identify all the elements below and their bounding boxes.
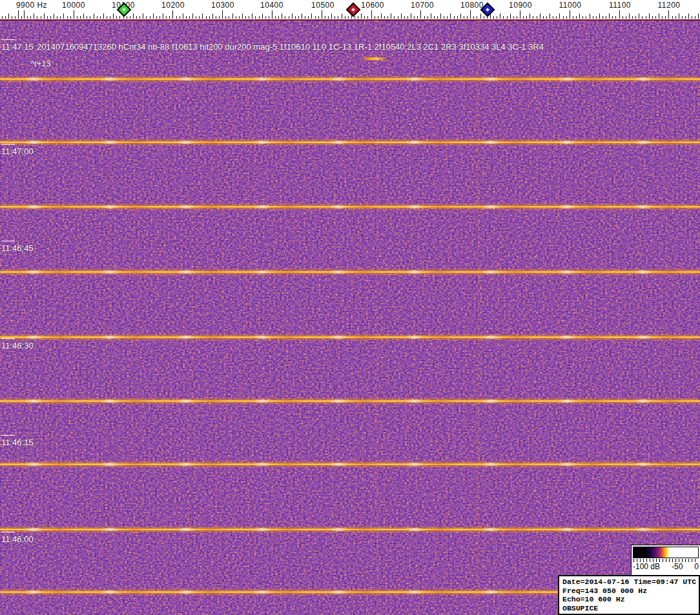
periodic-echo-line bbox=[0, 528, 700, 531]
periodic-echo-line bbox=[0, 336, 700, 339]
info-date-time: Date=2014-07-16 Time=09:47 UTC bbox=[562, 578, 699, 587]
time-label: 11:46:15 bbox=[1, 438, 34, 447]
scale-label-mid: -50 bbox=[672, 562, 683, 571]
freq-tick-label: 10500 bbox=[311, 1, 335, 10]
meteor-echo-streak bbox=[364, 57, 386, 60]
info-box: Date=2014-07-16 Time=09:47 UTC Freq=143 … bbox=[558, 575, 700, 615]
freq-tick-label: 10000 bbox=[62, 1, 85, 10]
periodic-echo-line bbox=[0, 205, 700, 208]
freq-tick-label: 10200 bbox=[161, 1, 185, 10]
info-station: OBSUPICE bbox=[562, 604, 699, 613]
time-tick bbox=[1, 338, 15, 339]
color-scale: -100 dB -50 0 bbox=[631, 545, 700, 576]
freq-tick-label: 11200 bbox=[658, 1, 681, 10]
waterfall-noise-texture bbox=[0, 19, 700, 615]
time-row: 11:46:30 bbox=[1, 338, 34, 351]
frequency-ruler: 9900 Hz 10000 10100 10200 10300 10400 10… bbox=[0, 0, 700, 19]
freq-tick-label: 10900 bbox=[509, 1, 532, 10]
time-row: 11:46:45 bbox=[1, 241, 34, 254]
time-row: 11:46:00 bbox=[1, 532, 34, 545]
freq-tick-label: 10600 bbox=[361, 1, 384, 10]
info-frequency: Freq=143 050 000 Hz bbox=[562, 587, 699, 596]
freq-tick-label: 10300 bbox=[211, 1, 234, 10]
time-row: 11:47:00 bbox=[1, 144, 34, 157]
time-tick bbox=[1, 435, 15, 436]
freq-tick-label: 10800 bbox=[460, 1, 484, 10]
color-scale-gradient bbox=[633, 547, 699, 558]
spectrogram-waterfall[interactable]: 11:47:15 11:47:00 11:46:45 11:46:30 11:4… bbox=[0, 19, 700, 615]
freq-tick-label: 11000 bbox=[559, 1, 582, 10]
periodic-echo-line bbox=[0, 141, 700, 144]
faint-vertical-carrier-line bbox=[478, 19, 479, 615]
time-label: 11:47:00 bbox=[1, 146, 34, 156]
time-tick bbox=[1, 144, 15, 145]
time-tick bbox=[1, 39, 15, 40]
time-label: 11:47:15 bbox=[1, 42, 34, 52]
freq-tick-label: 9900 Hz bbox=[16, 1, 47, 10]
color-scale-labels: -100 dB -50 0 bbox=[632, 562, 700, 571]
periodic-echo-line bbox=[0, 463, 700, 466]
time-row: 11:47:15 bbox=[1, 39, 34, 52]
periodic-echo-line bbox=[0, 399, 700, 403]
time-tick bbox=[1, 532, 15, 532]
freq-tick-label: 10700 bbox=[411, 1, 434, 10]
freq-tick-label: 10400 bbox=[260, 1, 283, 10]
time-label: 11:46:30 bbox=[1, 341, 34, 350]
waterfall-start-row bbox=[0, 19, 700, 21]
time-label: 11:46:00 bbox=[1, 534, 34, 544]
periodic-echo-line bbox=[0, 270, 700, 274]
scale-label-min: -100 dB bbox=[633, 562, 660, 571]
time-row: 11:46:15 bbox=[1, 435, 34, 448]
time-tick bbox=[1, 241, 15, 241]
spectrogram-app-window: 9900 Hz 10000 10100 10200 10300 10400 10… bbox=[0, 0, 700, 615]
detection-annotation-text: 20140716094713260 hCnt34 nb-88 f10613 hi… bbox=[37, 42, 544, 52]
info-echo: Echo=10 600 Hz bbox=[562, 595, 699, 604]
scale-label-max: 0 bbox=[694, 562, 699, 571]
faint-vertical-carrier-line bbox=[376, 19, 378, 615]
time-shift-annotation: ^t+13 bbox=[30, 59, 51, 68]
time-label: 11:46:45 bbox=[1, 243, 34, 253]
freq-tick-label: 11100 bbox=[609, 1, 631, 10]
periodic-echo-line bbox=[0, 77, 700, 81]
